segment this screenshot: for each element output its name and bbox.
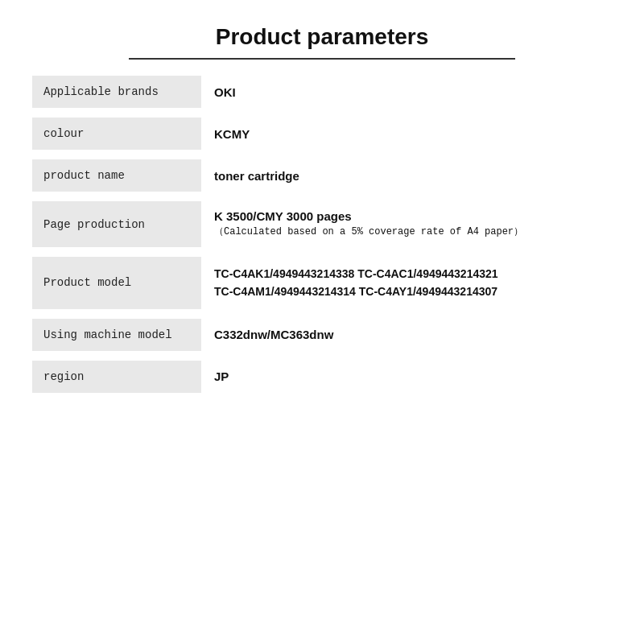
param-value-applicable-brands: OKI: [201, 76, 612, 108]
param-value-product-model: TC-C4AK1/4949443214338 TC-C4AC1/49494432…: [201, 257, 612, 309]
param-row-page-production: Page productionK 3500/CMY 3000 pages（Cal…: [32, 201, 612, 247]
param-value-region: JP: [201, 361, 612, 393]
product-model-line2: TC-C4AM1/4949443214314 TC-C4AY1/49494432…: [214, 283, 599, 300]
product-model-line1: TC-C4AK1/4949443214338 TC-C4AC1/49494432…: [214, 265, 599, 283]
param-label-page-production: Page production: [32, 201, 201, 247]
title-underline: [129, 58, 515, 60]
param-value-product-name: toner cartridge: [201, 159, 612, 192]
param-row-using-machine-model: Using machine modelC332dnw/MC363dnw: [32, 319, 612, 351]
page-title-wrapper: Product parameters: [32, 24, 612, 50]
param-label-product-name: product name: [32, 159, 201, 192]
param-row-region: regionJP: [32, 361, 612, 393]
param-value-using-machine-model: C332dnw/MC363dnw: [201, 319, 612, 351]
param-label-applicable-brands: Applicable brands: [32, 76, 201, 108]
page-production-bold: K 3500/CMY 3000 pages: [214, 209, 599, 223]
param-value-page-production: K 3500/CMY 3000 pages（Calculated based o…: [201, 201, 612, 247]
param-value-colour: KCMY: [201, 118, 612, 150]
product-parameters-page: Product parameters Applicable brandsOKIc…: [0, 0, 644, 644]
param-row-colour: colourKCMY: [32, 118, 612, 150]
param-label-using-machine-model: Using machine model: [32, 319, 201, 351]
param-label-region: region: [32, 361, 201, 393]
param-row-product-model: Product modelTC-C4AK1/4949443214338 TC-C…: [32, 257, 612, 309]
page-production-note: （Calculated based on a 5% coverage rate …: [214, 225, 599, 239]
param-row-product-name: product nametoner cartridge: [32, 159, 612, 192]
params-table: Applicable brandsOKIcolourKCMYproduct na…: [32, 76, 612, 402]
param-label-colour: colour: [32, 118, 201, 150]
page-title: Product parameters: [32, 24, 612, 50]
param-label-product-model: Product model: [32, 257, 201, 309]
param-row-applicable-brands: Applicable brandsOKI: [32, 76, 612, 108]
